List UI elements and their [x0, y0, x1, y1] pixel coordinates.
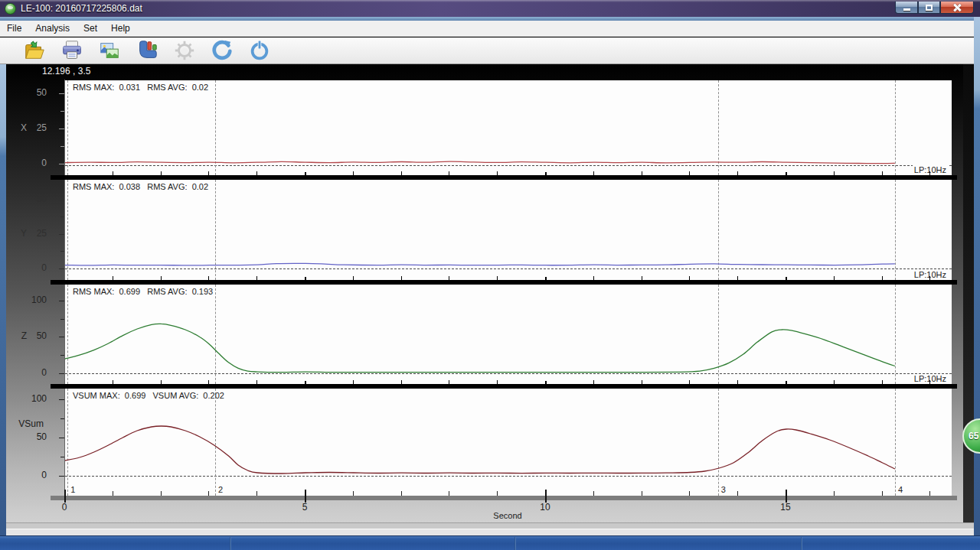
menu-file[interactable]: File	[0, 21, 28, 36]
chart-area: 12.196 , 3.5 Second RMS MAX: 0.031 RMS A…	[5, 64, 963, 522]
menu-set[interactable]: Set	[77, 21, 104, 36]
y-tick-vsum	[59, 438, 64, 438]
chart-panel-x[interactable]: RMS MAX: 0.031 RMS AVG: 0.02LP:10Hz	[64, 79, 952, 175]
axis-name-vsum: VSum	[5, 418, 44, 429]
snapshot-button[interactable]	[98, 39, 121, 62]
app-window: LE-100: 20160717225806.dat File Analysis…	[0, 0, 980, 550]
x-axis-title: Second	[477, 511, 538, 520]
axis-minor-tick	[497, 276, 498, 280]
time-major-tick	[786, 490, 787, 503]
chart-panel-z[interactable]: RMS MAX: 0.699 RMS AVG: 0.193LP:10Hz	[64, 285, 952, 384]
y-tick-x	[59, 164, 64, 164]
y-tick-z	[60, 355, 64, 356]
axis-minor-tick	[737, 276, 738, 280]
time-minor-tick	[593, 491, 594, 496]
y-tick-z	[59, 337, 64, 337]
axis-minor-tick	[593, 171, 594, 175]
axis-name-x: X	[5, 122, 27, 133]
time-tick-label-0: 0	[53, 502, 76, 513]
axis-minor-tick	[689, 380, 690, 384]
y-tick-label-vsum: 50	[5, 431, 47, 442]
axis-minor-tick	[834, 276, 835, 280]
y-tick-label-y: 50	[5, 194, 47, 204]
title-bar[interactable]: LE-100: 20160717225806.dat	[0, 0, 980, 17]
y-tick-y	[59, 200, 64, 200]
axis-minor-tick	[929, 380, 930, 384]
axis-name-y: Y	[5, 228, 27, 239]
settings-button[interactable]	[173, 39, 196, 62]
menu-analysis[interactable]: Analysis	[28, 21, 77, 36]
titlebar-gloss	[0, 0, 980, 2]
y-tick-vsum	[60, 418, 64, 419]
time-minor-tick	[882, 491, 883, 496]
time-minor-tick	[689, 491, 690, 496]
report-chart-button[interactable]	[136, 39, 158, 62]
axis-minor-tick	[353, 380, 354, 384]
y-tick-label-vsum: 0	[5, 470, 47, 480]
power-button[interactable]	[248, 39, 271, 62]
window-border-left	[0, 64, 6, 535]
z-series-plot	[65, 285, 952, 384]
gear-icon	[173, 39, 196, 62]
time-axis-bar	[51, 496, 957, 500]
axis-minor-tick	[834, 380, 835, 384]
time-minor-tick	[834, 491, 835, 496]
y-tick-vsum	[59, 476, 64, 477]
y-tick-label-z: 0	[5, 367, 47, 378]
y-tick-label-x: 0	[5, 158, 47, 168]
axis-minor-tick	[208, 276, 209, 280]
axis-minor-tick	[593, 276, 594, 280]
menu-help[interactable]: Help	[104, 21, 137, 36]
axis-minor-tick	[929, 276, 930, 280]
maximize-button[interactable]	[918, 2, 940, 14]
time-minor-tick	[497, 491, 498, 496]
time-minor-tick	[737, 491, 738, 496]
toolbar	[0, 37, 975, 64]
axis-minor-tick	[113, 276, 113, 280]
chart-panel-y[interactable]: RMS MAX: 0.038 RMS AVG: 0.02LP:10Hz	[64, 180, 952, 280]
axis-minor-tick	[737, 380, 738, 384]
power-icon	[248, 39, 271, 62]
panel-stats-y: RMS MAX: 0.038 RMS AVG: 0.02	[73, 182, 208, 191]
time-tick-label-10: 10	[534, 502, 557, 513]
taskbar-divider	[230, 537, 231, 550]
refresh-button[interactable]	[211, 39, 234, 62]
time-minor-tick	[642, 491, 642, 496]
axis-minor-tick	[593, 380, 594, 384]
vsum-series-line	[65, 426, 895, 474]
y-tick-label-x: 50	[5, 87, 47, 98]
axis-minor-tick	[497, 171, 498, 175]
y-tick-y	[59, 234, 64, 235]
print-button[interactable]	[60, 39, 83, 62]
y-series-plot	[65, 180, 952, 280]
close-icon	[953, 4, 961, 11]
window-border-right	[974, 17, 980, 535]
open-folder-icon	[23, 39, 46, 62]
axis-minor-tick	[882, 276, 883, 280]
refresh-icon	[211, 39, 234, 62]
minimize-icon	[903, 8, 910, 11]
close-button[interactable]	[940, 2, 974, 14]
panel-stats-x: RMS MAX: 0.031 RMS AVG: 0.02	[73, 83, 208, 92]
minimize-button[interactable]	[895, 2, 918, 14]
y-tick-vsum	[59, 399, 64, 400]
axis-minor-tick	[449, 276, 449, 280]
y-tick-z	[59, 373, 64, 374]
axis-minor-tick	[208, 380, 209, 384]
y-tick-y	[60, 216, 64, 217]
app-icon	[5, 3, 16, 15]
axis-minor-tick	[689, 171, 690, 175]
axis-minor-tick	[642, 380, 642, 384]
open-file-button[interactable]	[23, 39, 46, 62]
y-tick-label-y: 0	[5, 262, 47, 273]
axis-minor-tick	[642, 276, 642, 280]
y-tick-x	[59, 129, 64, 129]
time-minor-tick	[353, 491, 354, 496]
time-tick-label-5: 5	[293, 502, 316, 513]
chart-panel-vsum[interactable]: 1234VSUM MAX: 0.699 VSUM AVG: 0.202	[64, 389, 952, 496]
y-tick-x	[60, 111, 64, 112]
axis-minor-tick	[113, 380, 113, 384]
taskbar[interactable]	[0, 535, 980, 550]
y-tick-label-vsum: 100	[5, 393, 47, 404]
taskbar-divider	[514, 537, 516, 550]
